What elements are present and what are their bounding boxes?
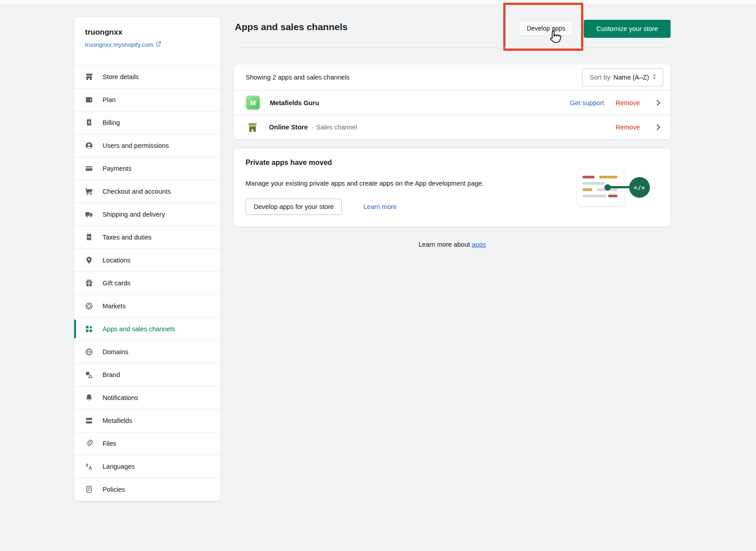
sort-caret-icon — [652, 74, 657, 81]
app-name: Metafields Guru — [270, 99, 319, 107]
markets-compass-icon — [85, 302, 94, 311]
apps-list-card: Showing 2 apps and sales channels Sort b… — [234, 64, 671, 139]
metafields-stack-icon — [85, 416, 94, 425]
store-domain-link[interactable]: truongnxx.myshopify.com — [85, 41, 210, 48]
sidebar-item-users[interactable]: Users and permissions — [74, 134, 220, 157]
store-domain-text: truongnxx.myshopify.com — [85, 41, 153, 48]
truck-icon — [85, 210, 94, 219]
bell-icon — [85, 393, 94, 402]
app-row-online-store[interactable]: Online Store · Sales channel Remove — [234, 115, 671, 139]
sidebar-item-label: Locations — [103, 257, 130, 264]
chevron-right-icon[interactable] — [656, 124, 662, 130]
settings-sidebar: truongnxx truongnxx.myshopify.com Store … — [74, 17, 220, 501]
user-icon — [85, 141, 94, 150]
footer-prefix: Learn more about — [419, 241, 472, 248]
sidebar-item-label: Plan — [103, 96, 116, 103]
sidebar-item-domains[interactable]: Domains — [74, 340, 220, 363]
sidebar-item-label: Metafields — [103, 417, 132, 424]
app-row-metafields-guru[interactable]: M Metafields Guru Get support Remove — [234, 90, 671, 115]
sort-select[interactable]: Sort by Name (A–Z) — [582, 68, 663, 86]
paperclip-icon — [85, 439, 94, 448]
payments-card-icon — [85, 164, 94, 173]
globe-icon — [85, 347, 94, 356]
footer-help-text: Learn more about apps — [234, 241, 671, 248]
sidebar-item-taxes[interactable]: % Taxes and duties — [74, 226, 220, 249]
online-store-app-icon — [246, 120, 259, 134]
code-badge-icon: </> — [629, 177, 650, 198]
sidebar-item-plan[interactable]: Plan — [74, 88, 220, 111]
sidebar-item-label: Apps and sales channels — [103, 325, 175, 333]
sidebar-item-label: Store details — [103, 73, 139, 80]
top-strip — [0, 0, 756, 4]
svg-text:A: A — [89, 466, 92, 471]
store-name: truongnxx — [85, 28, 210, 37]
sidebar-item-label: Policies — [103, 486, 125, 493]
develop-apps-button[interactable]: Develop apps — [519, 21, 573, 36]
sidebar-item-shipping[interactable]: Shipping and delivery — [74, 203, 220, 226]
sidebar-item-store-details[interactable]: Store details — [74, 65, 220, 88]
sidebar-item-label: Markets — [103, 302, 126, 310]
sidebar-item-policies[interactable]: Policies — [74, 478, 220, 501]
percent-receipt-icon: % — [85, 233, 94, 242]
illustration-connector-dot — [604, 184, 611, 191]
sidebar-item-billing[interactable]: $ Billing — [74, 111, 220, 134]
dot-separator: · — [311, 124, 313, 131]
wallet-icon — [85, 95, 94, 104]
sidebar-item-label: Users and permissions — [103, 142, 169, 149]
sidebar-item-label: Files — [103, 440, 116, 447]
svg-text:$: $ — [88, 120, 90, 124]
sidebar-item-payments[interactable]: Payments — [74, 157, 220, 180]
sidebar-item-label: Shipping and delivery — [103, 211, 165, 218]
billing-receipt-icon: $ — [85, 118, 94, 127]
sidebar-item-label: Languages — [103, 463, 135, 470]
app-subtitle: Sales channel — [316, 124, 357, 131]
sidebar-item-files[interactable]: Files — [74, 432, 220, 455]
external-link-icon — [156, 41, 161, 48]
cart-icon — [85, 187, 94, 196]
remove-app-link[interactable]: Remove — [616, 124, 640, 131]
sidebar-item-apps-and-sales-channels[interactable]: Apps and sales channels — [74, 317, 220, 340]
remove-app-link[interactable]: Remove — [616, 99, 640, 107]
sidebar-item-locations[interactable]: Locations — [74, 249, 220, 271]
sidebar-item-languages[interactable]: A Languages — [74, 455, 220, 478]
policies-scroll-icon — [85, 485, 94, 494]
learn-more-link[interactable]: Learn more — [363, 203, 397, 210]
sidebar-item-label: Domains — [103, 348, 128, 355]
apps-count-summary: Showing 2 apps and sales channels — [246, 74, 582, 81]
get-support-link[interactable]: Get support — [570, 99, 604, 107]
svg-text:%: % — [87, 235, 90, 239]
metafields-guru-app-icon: M — [246, 95, 260, 110]
private-apps-title: Private apps have moved — [246, 159, 332, 167]
apps-list-header: Showing 2 apps and sales channels Sort b… — [234, 64, 671, 90]
app-name: Online Store — [269, 124, 308, 131]
header-divider — [235, 48, 671, 48]
sidebar-item-gift-cards[interactable]: Gift cards — [74, 271, 220, 294]
sidebar-header: truongnxx truongnxx.myshopify.com — [74, 17, 220, 65]
sidebar-item-label: Notifications — [103, 394, 138, 401]
sort-selected-value: Name (A–Z) — [613, 74, 649, 81]
apps-grid-icon — [85, 324, 94, 333]
active-indicator-bar — [74, 320, 76, 338]
sidebar-item-brand[interactable]: Brand — [74, 363, 220, 386]
private-apps-card: Private apps have moved Manage your exis… — [234, 148, 671, 227]
sidebar-item-label: Taxes and duties — [103, 234, 152, 241]
chevron-right-icon[interactable] — [656, 100, 662, 106]
sidebar-item-label: Gift cards — [103, 280, 130, 287]
develop-apps-for-store-button[interactable]: Develop apps for your store — [246, 199, 342, 215]
brand-shapes-icon — [85, 370, 94, 379]
sidebar-item-label: Payments — [103, 165, 131, 172]
sidebar-item-markets[interactable]: Markets — [74, 294, 220, 317]
location-pin-icon — [85, 256, 94, 265]
customize-store-button[interactable]: Customize your store — [584, 20, 671, 38]
sidebar-item-checkout[interactable]: Checkout and accounts — [74, 180, 220, 203]
sidebar-item-label: Checkout and accounts — [103, 188, 171, 195]
sidebar-item-metafields[interactable]: Metafields — [74, 409, 220, 432]
sort-prefix-label: Sort by — [590, 74, 610, 81]
sidebar-nav: Store details Plan $ Billing Users and p… — [74, 65, 220, 501]
footer-apps-link[interactable]: apps — [472, 241, 486, 248]
page-title: Apps and sales channels — [235, 22, 348, 32]
storefront-icon — [85, 72, 94, 81]
sidebar-item-label: Billing — [103, 119, 120, 126]
private-apps-description: Manage your existing private apps and cr… — [246, 180, 484, 187]
sidebar-item-notifications[interactable]: Notifications — [74, 386, 220, 409]
